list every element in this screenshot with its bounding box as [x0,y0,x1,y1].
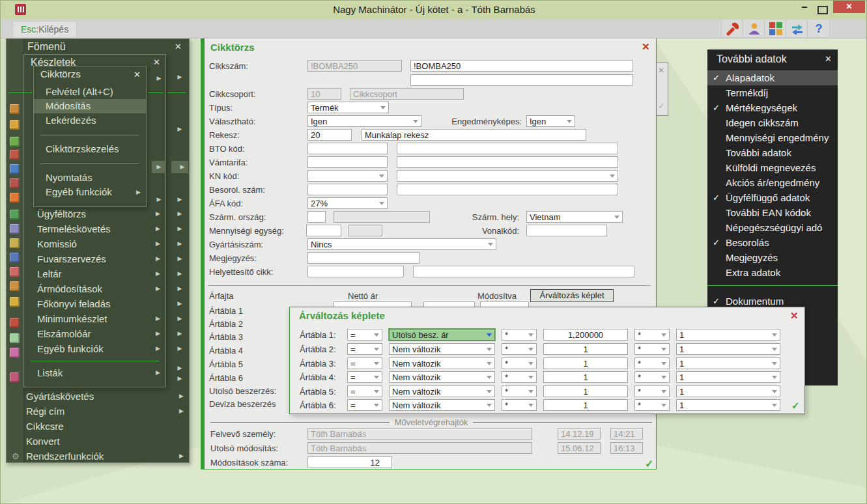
menu-item-gyf-lt-rzs[interactable]: Ügyféltörzs▶ [24,206,165,221]
dialog-op1-dropdown[interactable]: = [347,399,382,411]
field-cikkszam-2[interactable] [410,74,633,86]
dialog-op2-dropdown[interactable]: * [502,371,537,383]
dialog-op3-dropdown[interactable]: * [634,371,670,383]
menu-item-elsz-mol-r[interactable]: Elszámolóár▶ [24,326,165,341]
dialog-op2-dropdown[interactable]: * [502,399,537,411]
dialog-extra-dropdown[interactable]: 1 [676,399,780,411]
menu-item-nyomtat-s[interactable]: Nyomtatás [34,171,146,185]
field-vamtarifa-1[interactable] [307,156,388,168]
menu-item-termel-sk-vet-s[interactable]: Termeléskövetés▶ [24,221,165,236]
field-besorol-1[interactable] [307,184,388,195]
dialog-ok-icon[interactable]: ✓ [791,400,800,412]
dialog-factor-field[interactable]: 1 [543,385,628,397]
menu-item-r-gi-c-m[interactable]: Régi cím▶ [7,404,189,419]
dialog-source-dropdown[interactable]: Nem változik [389,357,495,369]
menu-item-felv-tel-alt-c[interactable]: Felvétel (Alt+C) [34,85,146,99]
dialog-source-dropdown[interactable]: Nem változik [389,385,495,397]
field-bto-1[interactable] [307,143,388,154]
panel-item-mennyis-gi-engedm-ny[interactable]: Mennyiségi engedmény [707,130,838,145]
transfer-button[interactable] [786,20,808,37]
minimize-button[interactable]: – [797,1,812,17]
panel-close-icon[interactable]: ✕ [825,54,832,64]
panel-item-k-lf-ldi-megnevez-s[interactable]: Külföldi megnevezés [707,160,838,175]
maximize-button[interactable] [817,6,828,14]
field-rekesz-nev[interactable]: Munkalap rekesz [362,129,586,141]
modules-button[interactable] [764,20,787,37]
panel-item-extra-adatok[interactable]: Extra adatok [707,265,838,280]
menu-item-rendszerfunkci-k[interactable]: ⚙Rendszerfunkciók▶ [7,449,189,464]
user-button[interactable] [743,20,765,37]
dialog-extra-dropdown[interactable]: 1 [676,385,780,397]
dropdown-valaszthato[interactable]: Igen [307,115,421,127]
menu-item-list-k[interactable]: Listák▶ [24,365,165,380]
dialog-op3-dropdown[interactable]: * [634,357,670,369]
dialog-factor-field[interactable]: 1 [543,371,628,383]
panel-item-m-rt-kegys-gek[interactable]: ✓Mértékegységek [707,100,838,115]
dropdown-szarm-hely[interactable]: Vietnam [526,211,623,223]
dropdown-gyartasiszam[interactable]: Nincs [307,238,496,250]
panel-item-term-kd-j[interactable]: Termékdíj [707,85,838,100]
menu-item-rm-dos-t-sok[interactable]: Ármódosítások▶ [24,281,165,296]
menu-item-m-dos-t-s[interactable]: Módosítás [34,99,146,113]
panel-item-tov-bbi-adatok[interactable]: További adatok [707,145,838,160]
panel-item-akci-s-r-engedm-ny[interactable]: Akciós ár/engedmény [707,175,838,190]
dialog-source-dropdown[interactable]: Nem változik [389,371,495,383]
dialog-op2-dropdown[interactable]: * [502,343,537,355]
panel-item-idegen-cikksz-m[interactable]: Idegen cikkszám [707,115,838,130]
form-ok-icon[interactable]: ✓ [645,458,653,470]
dialog-op3-dropdown[interactable]: * [634,385,670,397]
dialog-op1-dropdown[interactable]: = [347,357,382,369]
panel-item-gyf-lf-gg-adatok[interactable]: ✓Ügyfélfüggő adatok [707,190,838,205]
dialog-op2-dropdown[interactable]: * [502,385,537,397]
panel-item-n-peg-szs-g-gyi-ad[interactable]: Népegészségügyi adó [707,220,838,235]
menu-item-lelt-r[interactable]: Leltár▶ [24,266,165,281]
field-helyettesito-2[interactable] [413,266,634,277]
dropdown-afa[interactable]: 27% [307,197,388,209]
dialog-extra-dropdown[interactable]: 1 [676,357,780,369]
field-vamtarifa-2[interactable] [397,156,618,168]
dialog-op2-dropdown[interactable]: * [502,357,537,369]
field-megjegyzes[interactable] [307,252,419,264]
dialog-source-dropdown[interactable]: Nem változik [389,399,495,411]
field-cikkszam[interactable]: !BOMBA250 [410,60,633,72]
field-menny-egyseg-1[interactable] [306,225,341,236]
menu-item-fuvarszervez-s[interactable]: Fuvarszervezés▶ [24,251,165,266]
panel-item-besorol-s[interactable]: ✓Besorolás [707,235,838,250]
menu-item-egy-b-funkci-k[interactable]: Egyéb funkciók▶ [24,341,165,356]
dialog-factor-field[interactable]: 1 [543,357,628,369]
dropdown-kn-1[interactable] [307,170,388,182]
dialog-source-dropdown[interactable]: Utolsó besz. ár [389,329,495,341]
menu-item-f-k-nyvi-felad-s[interactable]: Főkönyvi feladás [24,296,165,311]
dialog-factor-field[interactable]: 1 [543,343,628,355]
dialog-factor-field[interactable]: 1,200000 [543,329,628,341]
field-vonalkod[interactable] [526,225,607,236]
dialog-extra-dropdown[interactable]: 1 [676,371,780,383]
esc-exit-tab[interactable]: Esc:Kilépés [12,21,77,37]
help-button[interactable]: ? [807,20,830,37]
close-button[interactable]: ✕ [833,1,865,13]
dialog-op2-dropdown[interactable]: * [502,329,537,341]
field-bto-2[interactable] [397,143,618,154]
panel-item-tov-bbi-ean-k-dok[interactable]: További EAN kódok [707,205,838,220]
price-formula-button[interactable]: Árváltozás képlet [530,289,614,302]
dialog-factor-field[interactable]: 1 [543,399,628,411]
field-helyettesito-1[interactable] [307,266,404,277]
dialog-close-icon[interactable]: ✕ [790,310,799,322]
field-rekesz-kod[interactable]: 20 [307,129,352,141]
dialog-op3-dropdown[interactable]: * [634,399,670,411]
dialog-extra-dropdown[interactable]: 1 [676,329,780,341]
menu-item-minimumk-szlet[interactable]: Minimumkészlet▶ [24,311,165,326]
field-szarm-orszag-kod[interactable] [307,211,326,223]
field-besorol-2[interactable] [397,184,618,195]
form-close-icon[interactable]: ✕ [642,41,650,53]
dialog-op3-dropdown[interactable]: * [634,343,670,355]
cikktorzs-menu-close-icon[interactable]: ✕ [134,70,141,79]
dialog-op1-dropdown[interactable]: = [347,385,382,397]
dialog-source-dropdown[interactable]: Nem változik [389,343,495,355]
keszletek-close-icon[interactable]: ✕ [153,57,160,67]
menu-item-komissi[interactable]: Komissió▶ [24,236,165,251]
dialog-op3-dropdown[interactable]: * [634,329,670,341]
fomenu-close-icon[interactable]: ✕ [175,42,182,51]
menu-item-gy-rt-sk-vet-s[interactable]: Gyártáskövetés▶ [7,389,189,404]
dialog-op1-dropdown[interactable]: = [347,343,382,355]
